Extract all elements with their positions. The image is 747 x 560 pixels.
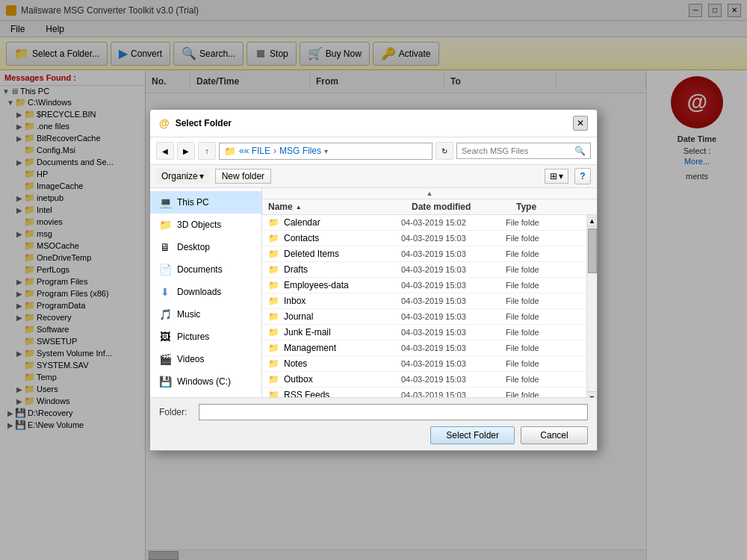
organize-button[interactable]: Organize ▾ bbox=[156, 169, 209, 184]
col-header-name[interactable]: Name ▲ bbox=[268, 202, 412, 212]
nav-desktop[interactable]: 🖥 Desktop bbox=[150, 236, 261, 258]
modal-overlay: @ Select Folder ✕ ◀ ▶ ↑ 📁 «« FILE › MSG … bbox=[0, 0, 747, 560]
recovery-d-icon: 💾 bbox=[158, 396, 173, 397]
this-pc-label: This PC bbox=[177, 197, 209, 208]
file-list-scroll: 📁Calendar 04-03-2019 15:02 File folde 📁C… bbox=[262, 215, 597, 397]
view-button[interactable]: ⊞ ▾ bbox=[545, 169, 568, 184]
select-folder-dialog: @ Select Folder ✕ ◀ ▶ ↑ 📁 «« FILE › MSG … bbox=[149, 109, 598, 451]
nav-documents[interactable]: 📄 Documents bbox=[150, 258, 261, 281]
sort-indicator-top: ▲ bbox=[262, 188, 597, 199]
modal-title-text: Select Folder bbox=[176, 118, 232, 128]
modal-title-bar: @ Select Folder ✕ bbox=[150, 110, 597, 137]
vertical-scrollbar[interactable]: ▲ ▼ bbox=[586, 215, 597, 397]
address-refresh-button[interactable]: ↻ bbox=[436, 142, 453, 160]
search-input[interactable] bbox=[462, 146, 571, 155]
new-folder-button[interactable]: New folder bbox=[215, 169, 271, 184]
windows-c-icon: 💾 bbox=[158, 374, 173, 389]
file-list-container: ▲ Name ▲ Date modified Type bbox=[262, 188, 597, 397]
modal-organize-bar: Organize ▾ New folder ⊞ ▾ ? bbox=[150, 165, 597, 188]
modal-title-icon: @ bbox=[159, 117, 170, 129]
folder-input-row: Folder: bbox=[159, 404, 588, 420]
folder-label: Folder: bbox=[159, 407, 193, 417]
search-bar[interactable]: 🔍 bbox=[456, 143, 591, 159]
file-row-calendar[interactable]: 📁Calendar 04-03-2019 15:02 File folde bbox=[262, 215, 586, 231]
videos-icon: 🎬 bbox=[158, 352, 173, 367]
col-header-type[interactable]: Type bbox=[516, 202, 576, 212]
nav-forward-button[interactable]: ▶ bbox=[177, 142, 195, 160]
videos-label: Videos bbox=[177, 354, 204, 364]
windows-c-label: Windows (C:) bbox=[177, 376, 231, 387]
scroll-thumb[interactable] bbox=[588, 228, 597, 273]
file-row-outbox[interactable]: 📁Outbox 04-03-2019 15:03 File folde bbox=[262, 372, 586, 388]
address-folder-icon: 📁 bbox=[224, 146, 236, 157]
file-list[interactable]: 📁Calendar 04-03-2019 15:02 File folde 📁C… bbox=[262, 215, 586, 397]
modal-body: 💻 This PC 📁 3D Objects 🖥 Desktop 📄 Docum… bbox=[150, 188, 597, 397]
modal-address-bar: ◀ ▶ ↑ 📁 «« FILE › MSG Files ▾ ↻ 🔍 bbox=[150, 137, 597, 165]
nav-recovery-d[interactable]: 💾 Recovery (D:) bbox=[150, 393, 261, 397]
nav-3d-objects[interactable]: 📁 3D Objects bbox=[150, 214, 261, 236]
file-row-contacts[interactable]: 📁Contacts 04-03-2019 15:03 File folde bbox=[262, 231, 586, 246]
col-header-scroll-space bbox=[576, 202, 591, 212]
3d-objects-icon: 📁 bbox=[158, 217, 173, 232]
nav-downloads[interactable]: ⬇ Downloads bbox=[150, 281, 261, 303]
modal-close-button[interactable]: ✕ bbox=[573, 116, 588, 131]
pictures-label: Pictures bbox=[177, 332, 209, 342]
view-dropdown-icon: ▾ bbox=[559, 171, 563, 181]
dialog-button-row: Select Folder Cancel bbox=[159, 426, 588, 444]
nav-music[interactable]: 🎵 Music bbox=[150, 303, 261, 326]
cancel-button[interactable]: Cancel bbox=[521, 426, 588, 444]
scroll-down-button[interactable]: ▼ bbox=[587, 391, 597, 397]
address-dropdown-icon[interactable]: ▾ bbox=[324, 147, 328, 155]
file-row-drafts[interactable]: 📁Drafts 04-03-2019 15:03 File folde bbox=[262, 262, 586, 278]
file-row-deleted-items[interactable]: 📁Deleted Items 04-03-2019 15:03 File fol… bbox=[262, 246, 586, 262]
modal-title: @ Select Folder bbox=[159, 117, 232, 129]
help-button[interactable]: ? bbox=[574, 168, 591, 184]
sort-arrow-name: ▲ bbox=[296, 204, 302, 211]
file-row-employees-data[interactable]: 📁Employees-data 04-03-2019 15:03 File fo… bbox=[262, 278, 586, 293]
nav-windows-c[interactable]: 💾 Windows (C:) bbox=[150, 370, 261, 393]
this-pc-icon: 💻 bbox=[158, 195, 173, 210]
file-row-inbox[interactable]: 📁Inbox 04-03-2019 15:03 File folde bbox=[262, 293, 586, 309]
file-row-junk-email[interactable]: 📁Junk E-mail 04-03-2019 15:03 File folde bbox=[262, 325, 586, 340]
downloads-label: Downloads bbox=[177, 287, 221, 297]
desktop-label: Desktop bbox=[177, 242, 210, 252]
address-separator: › bbox=[273, 146, 276, 156]
scroll-up-button[interactable]: ▲ bbox=[587, 215, 597, 227]
file-list-header: Name ▲ Date modified Type bbox=[262, 199, 597, 215]
file-row-notes[interactable]: 📁Notes 04-03-2019 15:03 File folde bbox=[262, 356, 586, 372]
nav-this-pc[interactable]: 💻 This PC bbox=[150, 191, 261, 214]
documents-icon: 📄 bbox=[158, 262, 173, 277]
nav-videos[interactable]: 🎬 Videos bbox=[150, 348, 261, 370]
address-bar[interactable]: 📁 «« FILE › MSG Files ▾ bbox=[219, 143, 433, 160]
nav-panel: 💻 This PC 📁 3D Objects 🖥 Desktop 📄 Docum… bbox=[150, 188, 262, 397]
3d-objects-label: 3D Objects bbox=[177, 220, 221, 230]
music-label: Music bbox=[177, 309, 200, 320]
folder-input[interactable] bbox=[199, 404, 588, 420]
nav-pictures[interactable]: 🖼 Pictures bbox=[150, 326, 261, 348]
file-row-journal[interactable]: 📁Journal 04-03-2019 15:03 File folde bbox=[262, 309, 586, 325]
desktop-icon: 🖥 bbox=[158, 240, 173, 255]
address-part2: MSG Files bbox=[279, 146, 321, 156]
downloads-icon: ⬇ bbox=[158, 284, 173, 299]
pictures-icon: 🖼 bbox=[158, 329, 173, 344]
file-row-management[interactable]: 📁Management 04-03-2019 15:03 File folde bbox=[262, 340, 586, 356]
file-row-rss-feeds[interactable]: 📁RSS Feeds 04-03-2019 15:03 File folde bbox=[262, 388, 586, 397]
documents-label: Documents bbox=[177, 264, 223, 275]
nav-up-button[interactable]: ↑ bbox=[198, 142, 216, 160]
music-icon: 🎵 bbox=[158, 307, 173, 322]
col-header-date[interactable]: Date modified bbox=[412, 202, 516, 212]
view-icon: ⊞ bbox=[550, 171, 557, 181]
nav-back-button[interactable]: ◀ bbox=[156, 142, 174, 160]
modal-footer: Folder: Select Folder Cancel bbox=[150, 397, 597, 450]
select-folder-confirm-button[interactable]: Select Folder bbox=[430, 426, 515, 444]
address-part1: «« FILE bbox=[239, 146, 270, 156]
search-icon[interactable]: 🔍 bbox=[574, 146, 586, 156]
